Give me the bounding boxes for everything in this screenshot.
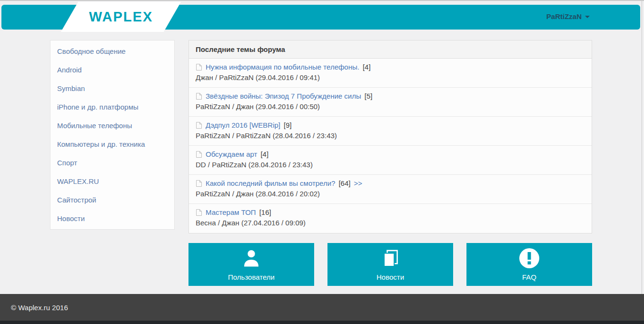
user-menu-dropdown[interactable]: PaRtiZzaN: [546, 12, 590, 20]
sidebar-item-symbian[interactable]: Symbian: [50, 79, 174, 98]
page-icon: [196, 180, 202, 187]
exclamation-circle-icon: [519, 248, 540, 269]
page-icon: [196, 92, 202, 100]
page-icon: [196, 151, 202, 158]
topic-row: Нужна информация по мобильные телефоны. …: [189, 59, 592, 88]
sidebar-item-sitebuilding[interactable]: Сайтострой: [50, 191, 174, 209]
logo-text: WAPLEX: [89, 9, 153, 25]
page-icon: [196, 209, 202, 216]
username: PaRtiZzaN: [546, 12, 582, 20]
right-edge-line: [642, 1, 642, 294]
panel-title: Последние темы форума: [189, 40, 592, 59]
topic-reply-count: [16]: [259, 208, 271, 216]
sidebar-item-mobile-phones[interactable]: Мобильные телефоны: [50, 116, 174, 135]
quick-links: Пользователи Новости FAQ: [188, 243, 592, 286]
topic-reply-count: [9]: [284, 121, 292, 129]
topic-row: Мастерам ТОП [16] Весна / Джан (27.04.20…: [189, 204, 592, 233]
user-icon: [242, 248, 261, 269]
copyright-text: © Waplex.ru 2016: [11, 304, 68, 312]
topic-link[interactable]: Мастерам ТОП: [206, 208, 256, 216]
faq-button[interactable]: FAQ: [466, 243, 592, 286]
sidebar: Свободное общение Android Symbian iPhone…: [50, 40, 175, 230]
topic-row: Дэдпул 2016 [WEBRip] [9] PaRtiZzaN / PaR…: [189, 117, 592, 146]
topic-row: Обсуждаем арт [4] DD / PaRtiZzaN (28.04.…: [189, 146, 592, 175]
users-button[interactable]: Пользователи: [188, 243, 314, 286]
sidebar-item-news[interactable]: Новости: [50, 209, 174, 228]
topic-byline: DD / PaRtiZzaN (28.04.2016 / 23:43): [196, 161, 585, 169]
page-icon: [196, 63, 202, 71]
sidebar-item-computers[interactable]: Компьютеры и др. техника: [50, 135, 174, 153]
footer: © Waplex.ru 2016: [0, 294, 644, 321]
sidebar-item-sport[interactable]: Спорт: [50, 153, 174, 172]
topic-byline: Весна / Джан (27.04.2016 / 09:09): [196, 219, 585, 227]
topic-reply-count: [4]: [260, 150, 268, 158]
topic-link[interactable]: Какой последний фильм вы смотрели?: [206, 179, 335, 187]
news-button[interactable]: Новости: [327, 243, 453, 286]
latest-topics-panel: Последние темы форума Нужна информация п…: [188, 40, 592, 233]
faq-button-label: FAQ: [522, 273, 536, 281]
topic-more-link[interactable]: >>: [354, 179, 362, 187]
topic-link[interactable]: Обсуждаем арт: [206, 150, 257, 158]
bottom-strip: [0, 321, 644, 324]
logo[interactable]: WAPLEX: [61, 2, 181, 32]
caret-down-icon: [585, 16, 590, 18]
book-icon: [380, 248, 400, 269]
topic-row: Какой последний фильм вы смотрели? [64] …: [189, 175, 592, 204]
topic-link[interactable]: Звёздные войны: Эпизод 7 Пробуждение сил…: [206, 92, 361, 100]
topic-reply-count: [4]: [363, 63, 371, 71]
topic-row: Звёздные войны: Эпизод 7 Пробуждение сил…: [189, 88, 592, 117]
topic-link[interactable]: Нужна информация по мобильные телефоны.: [206, 63, 359, 71]
sidebar-item-waplex-ru[interactable]: WAPLEX.RU: [50, 172, 174, 191]
sidebar-item-free-talk[interactable]: Свободное общение: [50, 42, 174, 61]
page: WAPLEX PaRtiZzaN Свободное общение Andro…: [0, 0, 644, 324]
topic-byline: Джан / PaRtiZzaN (29.04.2016 / 09:41): [196, 73, 585, 81]
news-button-label: Новости: [376, 273, 404, 281]
topic-reply-count: [5]: [365, 92, 373, 100]
top-border-line: [0, 0, 644, 1]
topic-byline: PaRtiZzaN / PaRtiZzaN (28.04.2016 / 23:4…: [196, 132, 585, 140]
users-button-label: Пользователи: [228, 273, 275, 281]
topic-link[interactable]: Дэдпул 2016 [WEBRip]: [206, 121, 280, 129]
topic-byline: PaRtiZzaN / Джан (29.04.2016 / 00:50): [196, 102, 585, 111]
topic-reply-count: [64]: [338, 179, 350, 187]
sidebar-item-android[interactable]: Android: [50, 61, 174, 79]
topic-byline: PaRtiZzaN / Джан (28.04.2016 / 20:02): [196, 190, 585, 198]
sidebar-item-iphone[interactable]: iPhone и др. платформы: [50, 98, 174, 116]
page-icon: [196, 122, 202, 129]
